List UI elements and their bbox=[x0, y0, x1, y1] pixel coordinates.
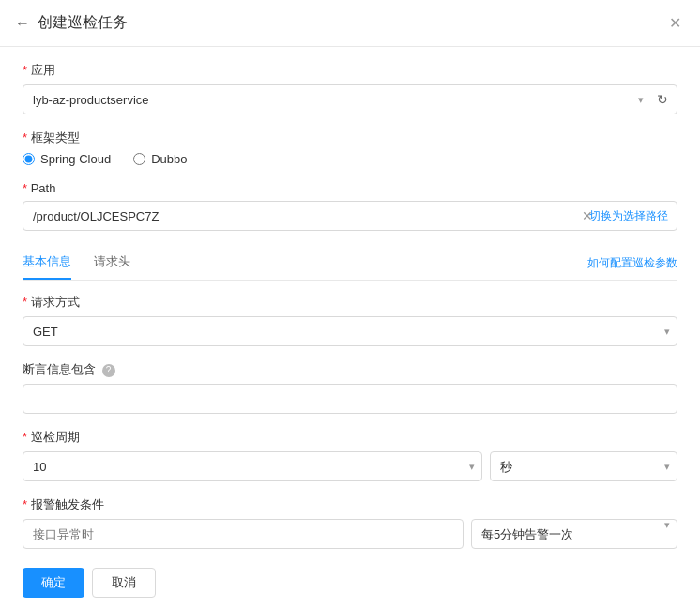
patrol-period-select[interactable]: 10 30 60 bbox=[23, 451, 482, 481]
radio-spring-cloud-input[interactable] bbox=[23, 153, 35, 165]
close-button[interactable]: ✕ bbox=[669, 14, 681, 32]
confirm-button[interactable]: 确定 bbox=[23, 568, 84, 598]
app-select-wrapper: lyb-az-productservice ▾ ↻ bbox=[23, 84, 677, 114]
assertion-input[interactable] bbox=[23, 384, 677, 414]
framework-radio-group: Spring Cloud Dubbo bbox=[23, 152, 677, 166]
patrol-unit-select[interactable]: 秒 分钟 bbox=[490, 451, 677, 481]
back-button[interactable]: ← bbox=[15, 15, 30, 32]
request-method-select-wrapper: GET POST PUT DELETE ▾ bbox=[23, 316, 677, 346]
radio-dubbo[interactable]: Dubbo bbox=[133, 152, 187, 166]
patrol-unit-select-wrapper: 秒 分钟 ▾ bbox=[490, 451, 677, 481]
framework-label: 框架类型 bbox=[23, 129, 677, 146]
framework-form-item: 框架类型 Spring Cloud Dubbo bbox=[23, 129, 677, 166]
header-left: ← 创建巡检任务 bbox=[15, 13, 128, 33]
request-method-label: 请求方式 bbox=[23, 294, 677, 311]
app-select[interactable]: lyb-az-productservice bbox=[23, 84, 677, 114]
dialog-title: 创建巡检任务 bbox=[38, 13, 128, 33]
radio-spring-cloud[interactable]: Spring Cloud bbox=[23, 152, 111, 166]
alert-trigger-input[interactable] bbox=[23, 519, 464, 549]
assertion-form-item: 断言信息包含 ? bbox=[23, 361, 677, 414]
path-form-item: Path ✕ 切换为选择路径 bbox=[23, 181, 677, 231]
dialog-body: 应用 lyb-az-productservice ▾ ↻ 框架类型 Spring… bbox=[0, 47, 700, 556]
cancel-button[interactable]: 取消 bbox=[92, 568, 156, 598]
patrol-period-form-item: 巡检周期 10 30 60 ▾ 秒 分钟 ▾ bbox=[23, 429, 677, 481]
app-label: 应用 bbox=[23, 62, 677, 79]
refresh-button[interactable]: ↻ bbox=[657, 92, 668, 107]
patrol-period-select-wrapper: 10 30 60 ▾ bbox=[23, 451, 482, 481]
tab-basic-info[interactable]: 基本信息 bbox=[23, 246, 71, 280]
assertion-help-icon[interactable]: ? bbox=[102, 364, 115, 377]
request-method-form-item: 请求方式 GET POST PUT DELETE ▾ bbox=[23, 294, 677, 346]
app-form-item: 应用 lyb-az-productservice ▾ ↻ bbox=[23, 62, 677, 114]
patrol-period-label: 巡检周期 bbox=[23, 429, 677, 446]
create-patrol-dialog: ← 创建巡检任务 ✕ 应用 lyb-az-productservice ▾ ↻ … bbox=[0, 0, 700, 609]
radio-dubbo-label: Dubbo bbox=[151, 152, 187, 166]
radio-spring-cloud-label: Spring Cloud bbox=[40, 152, 111, 166]
dialog-header: ← 创建巡检任务 ✕ bbox=[0, 0, 700, 47]
alert-trigger-freq-select[interactable]: 每5分钟告警一次 每10分钟告警一次 每30分钟告警一次 bbox=[471, 519, 677, 549]
patrol-period-row: 10 30 60 ▾ 秒 分钟 ▾ bbox=[23, 451, 677, 481]
alert-trigger-freq-wrapper: 每5分钟告警一次 每10分钟告警一次 每30分钟告警一次 ▾ bbox=[471, 519, 677, 549]
alert-trigger-row: 每5分钟告警一次 每10分钟告警一次 每30分钟告警一次 ▾ bbox=[23, 519, 677, 549]
path-switch-link[interactable]: 切换为选择路径 bbox=[589, 208, 668, 224]
tab-config-help-link[interactable]: 如何配置巡检参数 bbox=[587, 255, 677, 271]
alert-trigger-label: 报警触发条件 bbox=[23, 496, 677, 513]
radio-dubbo-input[interactable] bbox=[133, 153, 145, 165]
assertion-label: 断言信息包含 ? bbox=[23, 361, 677, 378]
tabs: 基本信息 请求头 如何配置巡检参数 bbox=[23, 246, 677, 281]
alert-trigger-form-item: 报警触发条件 每5分钟告警一次 每10分钟告警一次 每30分钟告警一次 ▾ bbox=[23, 496, 677, 549]
path-input[interactable] bbox=[23, 201, 677, 231]
dialog-footer: 确定 取消 bbox=[0, 556, 700, 609]
path-input-wrapper: ✕ 切换为选择路径 bbox=[23, 201, 677, 231]
request-method-select[interactable]: GET POST PUT DELETE bbox=[23, 316, 677, 346]
path-label: Path bbox=[23, 181, 677, 195]
tab-request-header[interactable]: 请求头 bbox=[94, 246, 130, 280]
